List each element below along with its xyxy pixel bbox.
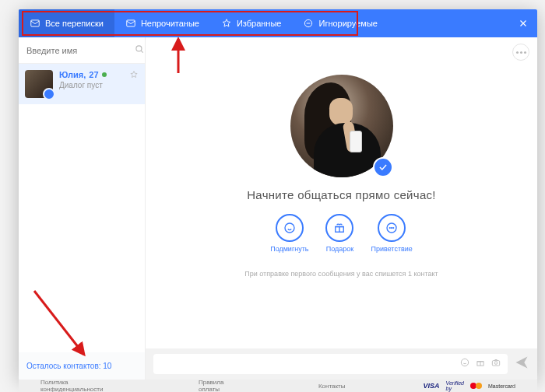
chat-main: Начните общаться прямо сейчас! Подмигнут… [146, 37, 537, 380]
modal-body: Юлия,27 Диалог пуст Осталось контактов: … [19, 37, 537, 380]
contact-item[interactable]: Юлия,27 Диалог пуст [19, 64, 145, 104]
footer-payment[interactable]: Правила оплаты [199, 379, 241, 392]
svg-point-9 [393, 228, 394, 229]
tab-all[interactable]: Все переписки [19, 9, 114, 37]
remaining-contacts: Осталось контактов: 10 [19, 352, 145, 380]
tab-unread[interactable]: Непрочитаные [114, 9, 210, 37]
avatar [25, 70, 53, 98]
svg-point-13 [494, 362, 498, 365]
message-input[interactable] [160, 359, 455, 369]
visa-logo-icon: VISA [423, 382, 439, 390]
star-icon [221, 18, 232, 29]
gift-button[interactable]: Подарок [325, 214, 353, 253]
start-chat-prompt: Начните общаться прямо сейчас! [247, 188, 436, 201]
mastercard-logo-icon [470, 383, 482, 389]
footer-privacy[interactable]: Политика конфиденциальности [40, 379, 121, 392]
verified-badge-icon [373, 157, 393, 177]
profile-area: Начните общаться прямо сейчас! Подмигнут… [146, 37, 537, 348]
messages-modal: Все переписки Непрочитаные Избранные Игн… [19, 9, 537, 380]
tab-favorite[interactable]: Избранные [210, 9, 293, 37]
greet-button[interactable]: Приветствие [371, 214, 412, 253]
close-button[interactable] [509, 9, 537, 37]
gift-small-icon[interactable] [475, 357, 486, 371]
payment-logos: VISA Verified by Mastercard [423, 380, 515, 391]
svg-rect-1 [127, 20, 135, 26]
composer [146, 348, 537, 380]
mastercard-label: Mastercard [488, 383, 515, 389]
tab-ignored[interactable]: Игнорируемые [292, 9, 388, 37]
tab-label: Избранные [237, 19, 282, 28]
more-button[interactable] [512, 44, 529, 61]
footer: Политика конфиденциальности Правила опла… [19, 380, 537, 392]
search-input[interactable] [26, 46, 134, 55]
wink-button[interactable]: Подмигнуть [270, 214, 308, 253]
tab-label: Игнорируемые [318, 19, 377, 28]
sidebar: Юлия,27 Диалог пуст Осталось контактов: … [19, 37, 146, 380]
contact-name: Юлия,27 [59, 70, 139, 79]
block-icon [303, 18, 314, 29]
quick-actions: Подмигнуть Подарок Приветствие [270, 214, 413, 253]
svg-point-8 [392, 228, 392, 229]
search-bar [19, 37, 145, 64]
tab-label: Все переписки [45, 19, 104, 28]
chat-icon [378, 214, 406, 242]
tabs-bar: Все переписки Непрочитаные Избранные Игн… [19, 9, 537, 37]
camera-icon[interactable] [490, 357, 501, 371]
send-note: При отправке первого сообщения у вас спи… [244, 270, 438, 278]
mail-icon [30, 18, 40, 29]
footer-contacts[interactable]: Контакты [318, 383, 346, 390]
emoji-icon[interactable] [459, 357, 470, 371]
online-dot-icon [102, 72, 107, 77]
tab-label: Непрочитаные [141, 19, 199, 28]
search-icon [134, 44, 145, 58]
favorite-toggle[interactable] [129, 68, 139, 82]
contact-sub: Диалог пуст [59, 81, 139, 89]
svg-point-3 [136, 45, 142, 51]
verified-by-label: Verified by [446, 380, 464, 391]
message-input-wrap [153, 354, 508, 374]
smile-icon [276, 214, 304, 242]
svg-point-10 [461, 359, 468, 366]
avatar-wrapper [290, 75, 393, 177]
svg-point-7 [389, 228, 390, 229]
gift-icon [325, 214, 353, 242]
svg-rect-0 [31, 20, 40, 26]
send-button[interactable] [514, 355, 529, 373]
mail-icon [125, 18, 136, 29]
svg-point-4 [285, 223, 294, 233]
contact-info: Юлия,27 Диалог пуст [59, 70, 139, 98]
